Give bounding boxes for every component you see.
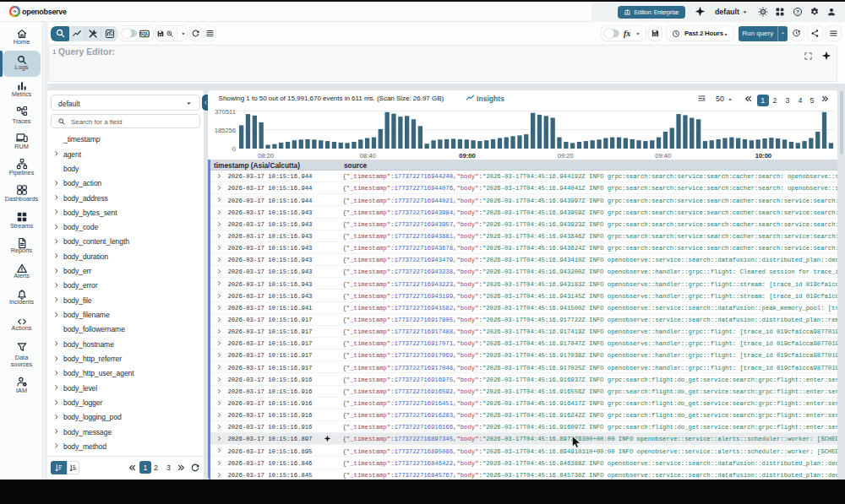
svg-text:08:40: 08:40 <box>360 152 376 160</box>
svg-text:370511: 370511 <box>215 108 236 116</box>
svg-text:08:20: 08:20 <box>258 152 274 160</box>
svg-text:SQL: SQL <box>140 31 149 35</box>
svg-text:0: 0 <box>232 145 236 153</box>
svg-text:09:20: 09:20 <box>558 152 574 160</box>
svg-text:?: ? <box>796 8 799 14</box>
svg-text:09:00: 09:00 <box>459 152 475 160</box>
svg-text:185256: 185256 <box>215 127 236 134</box>
svg-text:10:00: 10:00 <box>755 152 771 160</box>
svg-text:09:40: 09:40 <box>655 152 671 160</box>
